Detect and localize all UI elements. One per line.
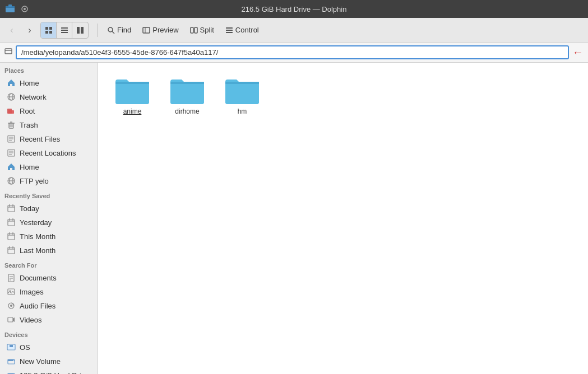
folder-dirhome-icon	[169, 76, 205, 105]
preview-button[interactable]: Preview	[138, 24, 183, 36]
svg-rect-22	[226, 32, 233, 33]
icon-view-button[interactable]	[41, 22, 57, 38]
sidebar-item-root[interactable]: Root	[2, 104, 96, 118]
videos-icon	[6, 315, 16, 325]
file-item-anime[interactable]: anime	[107, 72, 158, 120]
sidebar-item-hdd-195[interactable]: 195.3 GiB Hard Drive	[2, 368, 96, 374]
sidebar-item-ftp[interactable]: FTP yelo	[2, 174, 96, 188]
sidebar-item-recent-locations[interactable]: Recent Locations	[2, 146, 96, 160]
list-view-button[interactable]	[57, 22, 72, 38]
sidebar-item-home2[interactable]: Home	[2, 160, 96, 174]
recent-files-icon	[6, 134, 16, 144]
svg-rect-2	[8, 4, 12, 7]
recent-locations-icon	[6, 148, 16, 158]
sidebar-item-network-label: Network	[20, 93, 47, 101]
file-anime-label: anime	[123, 107, 142, 115]
sidebar-item-today[interactable]: Today	[2, 202, 96, 215]
sidebar-item-root-label: Root	[20, 107, 35, 115]
svg-rect-10	[61, 30, 68, 31]
sidebar-item-home[interactable]: Home	[2, 76, 96, 90]
back-button[interactable]: ‹	[3, 22, 20, 39]
svg-rect-9	[61, 27, 68, 29]
nav-buttons: ‹ ›	[3, 22, 38, 39]
ftp-icon	[6, 176, 16, 186]
forward-button[interactable]: ›	[21, 22, 38, 39]
file-dirhome-label: dirhome	[175, 107, 199, 115]
sidebar-item-recent-files-label: Recent Files	[20, 135, 60, 143]
location-icon	[4, 48, 12, 57]
compact-view-button[interactable]	[72, 22, 88, 38]
sidebar-item-documents-label: Documents	[20, 274, 57, 282]
sidebar-item-audio-label: Audio Files	[20, 302, 55, 310]
svg-rect-6	[49, 27, 52, 30]
this-month-icon	[6, 231, 16, 241]
sidebar-item-network[interactable]: Network	[2, 90, 96, 104]
sidebar-item-this-month-label: This Month	[20, 232, 55, 241]
folder-hm-icon	[224, 76, 260, 105]
new-volume-icon	[6, 356, 16, 366]
sidebar-item-trash[interactable]: Trash	[2, 118, 96, 132]
svg-rect-16	[143, 27, 150, 33]
find-button[interactable]: Find	[103, 24, 136, 36]
images-icon	[6, 287, 16, 297]
window-title: 216.5 GiB Hard Drive — Dolphin	[242, 5, 347, 13]
sidebar-item-images[interactable]: Images	[2, 285, 96, 298]
file-item-hm[interactable]: hm	[217, 72, 267, 120]
sidebar-item-documents[interactable]: Documents	[2, 271, 96, 284]
documents-icon	[6, 273, 16, 283]
svg-rect-51	[8, 219, 15, 226]
svg-rect-5	[45, 27, 48, 30]
sidebar-item-os-label: OS	[20, 343, 30, 352]
sidebar-item-os[interactable]: OS	[2, 340, 96, 354]
sidebar-item-last-month[interactable]: Last Month	[2, 244, 96, 257]
file-item-dirhome[interactable]: dirhome	[162, 72, 212, 120]
last-month-icon	[6, 245, 16, 255]
file-hm-label: hm	[238, 107, 247, 115]
places-section-label: Places	[0, 63, 98, 76]
svg-point-77	[13, 360, 14, 361]
home2-icon	[6, 162, 16, 172]
svg-rect-55	[8, 233, 15, 240]
svg-rect-8	[49, 31, 52, 34]
svg-rect-21	[226, 30, 233, 31]
titlebar: 216.5 GiB Hard Drive — Dolphin	[0, 0, 588, 18]
sidebar-item-videos[interactable]: Videos	[2, 313, 96, 326]
sidebar-item-today-label: Today	[20, 204, 39, 213]
svg-rect-20	[226, 27, 233, 29]
svg-rect-13	[81, 27, 84, 34]
svg-rect-23	[5, 49, 12, 54]
recently-saved-section-label: Recently Saved	[0, 188, 98, 201]
root-icon	[6, 106, 16, 116]
svg-rect-12	[77, 27, 80, 34]
app-icon	[4, 3, 16, 15]
sidebar-item-audio[interactable]: Audio Files	[2, 299, 96, 312]
sidebar-item-this-month[interactable]: This Month	[2, 230, 96, 243]
folder-anime-icon	[114, 76, 150, 105]
address-arrow-icon: ←	[572, 46, 584, 59]
search-for-section-label: Search For	[0, 258, 98, 270]
main-content: Places Home Network	[0, 63, 588, 374]
sidebar-item-new-volume[interactable]: New Volume	[2, 354, 96, 368]
svg-rect-19	[195, 27, 197, 33]
split-button[interactable]: Split	[186, 24, 219, 36]
control-button[interactable]: Control	[221, 24, 263, 36]
svg-point-4	[24, 8, 26, 10]
svg-rect-59	[8, 247, 15, 254]
svg-rect-74	[10, 345, 13, 347]
sidebar-item-ftp-label: FTP yelo	[20, 177, 49, 185]
sidebar-item-yesterday-label: Yesterday	[20, 218, 52, 227]
hdd-195-icon	[6, 370, 16, 374]
sidebar-item-yesterday[interactable]: Yesterday	[2, 216, 96, 229]
pin-icon	[19, 3, 30, 15]
svg-rect-47	[8, 205, 15, 212]
sidebar-item-new-volume-label: New Volume	[20, 357, 61, 366]
address-input[interactable]	[16, 45, 569, 59]
sidebar-item-trash-label: Trash	[20, 121, 38, 129]
svg-rect-11	[61, 32, 68, 33]
sidebar-item-recent-locations-label: Recent Locations	[20, 149, 76, 157]
network-icon	[6, 92, 16, 102]
svg-point-14	[108, 27, 113, 32]
sidebar-item-recent-files[interactable]: Recent Files	[2, 132, 96, 146]
os-icon	[6, 342, 16, 352]
sidebar-item-last-month-label: Last Month	[20, 246, 55, 255]
